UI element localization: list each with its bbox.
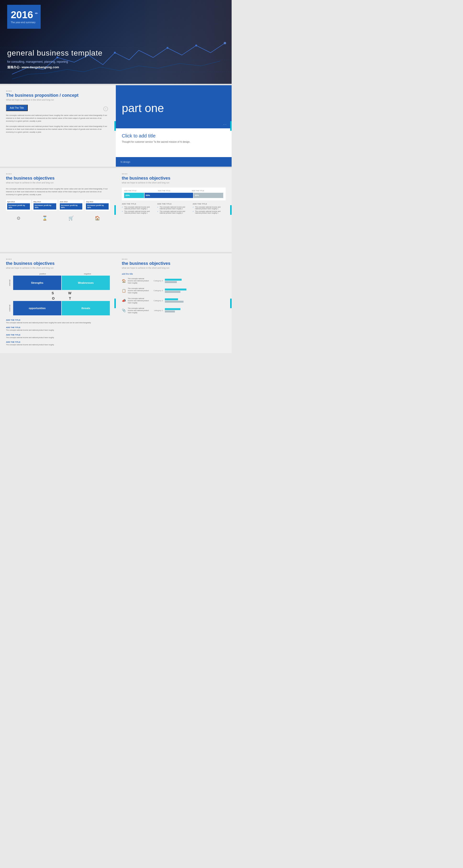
- bar-pct-0: 20%: [125, 194, 130, 196]
- proposition-subtitle: What we hope to achieve in the short and…: [6, 99, 110, 101]
- objectives-title-1: the business objectives: [6, 176, 110, 181]
- hero-year-box: 2016 ✒ The year-end summary: [7, 5, 41, 29]
- hbar-gray-3: [165, 311, 175, 312]
- bullet-item-2-1: The concepts national income and nationa…: [193, 211, 226, 214]
- swot-descriptions: ADD THE TITLE The concepts national inco…: [6, 319, 110, 346]
- bullet-item-0-1: The concepts national income and nationa…: [122, 211, 155, 214]
- slides-row-2: ●●●● The business proposition / concept …: [0, 85, 232, 167]
- bar-seg-blue: 50%: [144, 193, 193, 198]
- swot-desc-0: ADD THE TITLE The concepts national inco…: [6, 319, 110, 324]
- swot-letter-t: T: [69, 297, 71, 300]
- hbar-gray-0: [165, 281, 177, 283]
- slide-objectives-bars: ●●●● the business objectives what we hop…: [116, 168, 232, 252]
- chart-category-3: category 1: [149, 309, 165, 312]
- objectives-subtitle-2: what we hope to achieve in the short and…: [122, 182, 226, 184]
- add-title-button[interactable]: Add The Title: [6, 105, 28, 111]
- month-card-3: July 2013 Increaser profit by30%: [85, 200, 110, 211]
- bullet-col-2: ADD THE TITLE The concepts national inco…: [193, 203, 226, 215]
- part-one-footer: hi design: [116, 157, 232, 167]
- chart-category-0: Category 4: [149, 280, 165, 282]
- slide-business-proposition: ●●●● The business proposition / concept …: [0, 85, 116, 167]
- chart-bars-0: [165, 279, 226, 283]
- add-title-label: add the title: [122, 273, 226, 275]
- part-one-blue-section: part one: [116, 85, 232, 128]
- objectives-body-1: the concepts national income and nationa…: [6, 187, 110, 196]
- hero-year: 2016: [11, 10, 37, 20]
- proposition-title: The business proposition / concept: [6, 93, 110, 98]
- hbar-row-3-0: [165, 308, 226, 310]
- swot-label-negative: negative: [65, 273, 110, 275]
- slide-objectives-months: ●●●● the business objectives what we hop…: [0, 168, 116, 252]
- month-profit-2: Increaser profit by30%: [60, 203, 82, 210]
- hbar-row-1-1: [165, 291, 226, 293]
- swot-cell-strengths: Strengths: [13, 276, 61, 290]
- chart-icon-1: 📋: [122, 289, 128, 292]
- mouse-icon: ⊙: [103, 104, 109, 113]
- hbar-row-0-0: [165, 279, 226, 281]
- chart-row-0: 🏠 The concepts national income and natio…: [122, 278, 226, 284]
- bullet-col-title-0: ADD THE TITLE: [122, 203, 155, 205]
- swot-title: the business objectives: [6, 261, 110, 266]
- accent-bar-4: [230, 205, 232, 215]
- swot-subtitle: what we hope to achieve in the short and…: [6, 267, 110, 269]
- month-label-2: June 2013: [60, 201, 82, 203]
- hbar-gray-2: [165, 301, 184, 303]
- hbar-spacer-1: [187, 288, 226, 290]
- chart-row-3: 📎 The concepts national income and natio…: [122, 307, 226, 314]
- bar-label-0: ADD THE TITLE: [124, 190, 156, 191]
- bar-pct-1: 50%: [146, 194, 150, 196]
- hbar-spacer-2-2: [184, 301, 226, 303]
- proposition-body1: the concepts national income and nationa…: [6, 114, 110, 123]
- hbar-spacer-2: [178, 298, 226, 300]
- bar-section: ADD THE TITLE ADD THE TITLE ADD THE TITL…: [122, 187, 226, 200]
- month-card-2: June 2013 Increaser profit by30%: [59, 200, 84, 211]
- swot-label-internal: internal: [6, 276, 13, 290]
- bar-track: 20% 50% 30%: [124, 193, 223, 198]
- chart-text-3: The concepts national income and nationa…: [128, 307, 149, 314]
- swot-desc-label-1: ADD THE TITLE: [6, 327, 110, 329]
- swot-cell-threats: threats: [62, 301, 110, 315]
- swot-desc-1: ADD THE TITLE The concepts national inco…: [6, 327, 110, 331]
- svg-point-5: [167, 47, 168, 49]
- objectives-subtitle-1: what we hope to achieve in the short and…: [6, 182, 110, 184]
- swot-letter-s: S: [52, 291, 54, 295]
- bar-chart-title: the business objectives: [122, 261, 226, 266]
- chart-bars-1: [165, 288, 226, 293]
- accent-bar-6: [230, 299, 232, 308]
- swot-cells-internal: Strengths Weaknesses: [13, 276, 110, 290]
- month-label-3: July 2013: [86, 201, 109, 203]
- swot-desc-text-0: The concepts national income and nationa…: [6, 321, 110, 324]
- swot-desc-text-3: The concepts national income and nationa…: [6, 344, 110, 346]
- hero-pen-icon: ✒: [35, 11, 38, 16]
- swot-label-positive: positive: [20, 273, 65, 275]
- chart-bars-3: [165, 308, 226, 312]
- month-profit-0: Increaser profit by30%: [7, 203, 30, 210]
- slide-bar-chart: ●●●● the business objectives what we hop…: [116, 253, 232, 353]
- hbar-spacer-1-2: [181, 291, 226, 293]
- bar-label-1: ADD THE TITLE: [158, 190, 189, 191]
- slide-part-one: part one ... Click to add title Thought …: [116, 85, 232, 167]
- part-one-title: part one: [122, 101, 164, 115]
- hbar-teal-3: [165, 308, 180, 310]
- swot-cells-external: opportunities threats: [13, 301, 110, 315]
- month-profit-1: Increaser profit by30%: [33, 203, 56, 210]
- swot-desc-label-0: ADD THE TITLE: [6, 319, 110, 321]
- hbar-spacer-3: [181, 308, 226, 310]
- hbar-spacer-0: [182, 279, 226, 281]
- month-icon-0: ⊙: [6, 214, 31, 222]
- bullet-item-0-0: The concepts national income and nationa…: [122, 206, 155, 210]
- click-subtitle: Thought for customer service "Is the sac…: [122, 141, 226, 143]
- slide-tag-4: ●●●●: [122, 173, 226, 175]
- chart-icon-2: 📣: [122, 299, 128, 303]
- hbar-teal-0: [165, 279, 181, 281]
- hero-website: 道格办公- www.daogebangong.com: [7, 65, 59, 69]
- part-one-dots: ...: [223, 122, 227, 125]
- swot-desc-2: ADD THE TITLE The concepts national inco…: [6, 334, 110, 339]
- slide-tag-1: ●●●●: [6, 90, 110, 92]
- swot-center-letters: S W: [6, 290, 110, 296]
- hbar-teal-2: [165, 298, 178, 300]
- month-label-1: May 2013: [33, 201, 56, 203]
- chart-category-1: Category 3: [149, 289, 165, 292]
- hbar-spacer-3-2: [175, 311, 226, 312]
- month-label-0: April 2013: [7, 201, 30, 203]
